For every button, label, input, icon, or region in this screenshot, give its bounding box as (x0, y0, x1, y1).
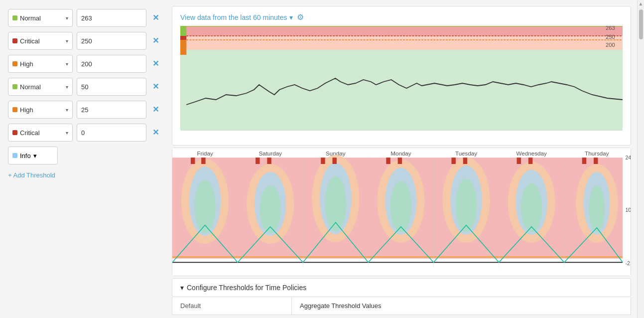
remove-threshold-button-1[interactable]: ✕ (150, 13, 161, 23)
threshold-color-5 (12, 107, 17, 112)
svg-text:263: 263 (606, 26, 615, 31)
svg-rect-1 (180, 26, 623, 36)
threshold-label-2: Critical (20, 37, 63, 45)
info-type-select[interactable]: Info ▾ (8, 147, 58, 164)
svg-rect-44 (256, 158, 259, 164)
threshold-type-select-5[interactable]: High ▾ (8, 101, 73, 119)
svg-rect-46 (321, 158, 325, 164)
add-threshold-button[interactable]: + Add Threshold (8, 169, 164, 181)
svg-text:2409.53: 2409.53 (625, 155, 631, 160)
chart-header: View data from the last 60 minutes ▾ ⚙ (180, 12, 623, 22)
svg-rect-8 (180, 40, 186, 55)
svg-text:-219.05: -219.05 (625, 260, 631, 266)
configure-label: Configure Thresholds for Time Policies (187, 284, 306, 292)
threshold-row-3: High ▾ ✕ (8, 55, 164, 73)
remove-threshold-button-6[interactable]: ✕ (150, 128, 161, 138)
threshold-value-input-6[interactable] (77, 124, 146, 142)
svg-text:250: 250 (606, 34, 615, 40)
threshold-value-input-4[interactable] (77, 78, 146, 96)
remove-threshold-button-2[interactable]: ✕ (150, 36, 161, 46)
chevron-down-icon-configure: ▾ (180, 284, 184, 292)
svg-text:Friday: Friday (197, 150, 213, 157)
svg-text:Monday: Monday (390, 150, 411, 157)
svg-point-41 (589, 185, 605, 232)
scrollbar: ▲ (637, 0, 644, 318)
chevron-down-icon-2: ▾ (66, 38, 68, 44)
threshold-value-input-5[interactable] (77, 101, 146, 119)
remove-threshold-button-5[interactable]: ✕ (150, 105, 161, 115)
top-chart: View data from the last 60 minutes ▾ ⚙ (172, 6, 631, 146)
threshold-label-3: High (20, 60, 63, 68)
scroll-up-arrow[interactable]: ▲ (638, 0, 644, 7)
threshold-type-select-6[interactable]: Critical ▾ (8, 124, 73, 142)
left-panel: Normal ▾ ✕ Critical ▾ ✕ High ▾ ✕ Normal … (0, 0, 172, 318)
chevron-down-icon-6: ▾ (66, 130, 68, 136)
remove-threshold-button-4[interactable]: ✕ (150, 82, 161, 92)
gear-icon[interactable]: ⚙ (297, 12, 304, 22)
threshold-value-input-2[interactable] (77, 32, 146, 50)
chevron-down-icon-4: ▾ (66, 84, 68, 90)
add-threshold-label: + Add Threshold (8, 171, 55, 179)
info-row: Info ▾ (8, 147, 164, 164)
scrollbar-thumb[interactable] (639, 9, 643, 39)
threshold-type-select-2[interactable]: Critical ▾ (8, 32, 73, 50)
svg-point-32 (390, 181, 411, 232)
threshold-color-3 (12, 61, 17, 66)
svg-rect-50 (451, 158, 455, 164)
threshold-row-6: Critical ▾ ✕ (8, 124, 164, 142)
threshold-color-6 (12, 130, 17, 135)
threshold-type-select-4[interactable]: Normal ▾ (8, 78, 73, 96)
threshold-row-1: Normal ▾ ✕ (8, 9, 164, 27)
threshold-row-2: Critical ▾ ✕ (8, 32, 164, 50)
threshold-type-select-1[interactable]: Normal ▾ (8, 9, 73, 27)
chart-header-text: View data from the last 60 minutes (180, 13, 287, 21)
svg-text:Tuesday: Tuesday (455, 150, 477, 157)
threshold-value-input-3[interactable] (77, 55, 146, 73)
svg-text:1095.24: 1095.24 (625, 207, 631, 213)
svg-rect-0 (180, 40, 623, 131)
threshold-type-select-3[interactable]: High ▾ (8, 55, 73, 73)
threshold-color-1 (12, 15, 17, 20)
svg-rect-47 (332, 158, 336, 164)
svg-rect-42 (191, 158, 195, 164)
chevron-down-icon-header: ▾ (289, 13, 293, 21)
svg-rect-55 (594, 158, 598, 164)
svg-point-29 (325, 176, 346, 232)
chevron-down-icon-3: ▾ (66, 61, 68, 67)
threshold-row-5: High ▾ ✕ (8, 101, 164, 119)
svg-point-26 (260, 185, 281, 233)
svg-text:Thursday: Thursday (585, 150, 609, 157)
svg-rect-53 (528, 158, 532, 164)
right-panel: View data from the last 60 minutes ▾ ⚙ (172, 0, 637, 318)
threshold-color-4 (12, 84, 17, 89)
chevron-down-icon-1: ▾ (66, 15, 68, 21)
configure-thresholds-section[interactable]: ▾ Configure Thresholds for Time Policies (172, 278, 631, 297)
chart-time-range-link[interactable]: View data from the last 60 minutes ▾ (180, 13, 293, 21)
svg-rect-43 (201, 158, 205, 164)
svg-rect-6 (180, 26, 186, 36)
table-col1: Default (172, 297, 292, 315)
threshold-label-5: High (20, 106, 63, 114)
svg-point-38 (521, 183, 542, 232)
threshold-label-1: Normal (20, 14, 63, 22)
svg-rect-48 (386, 158, 390, 164)
threshold-label-4: Normal (20, 83, 63, 91)
bottom-chart: Friday Saturday Sunday Monday Tuesday We… (172, 148, 631, 276)
svg-rect-54 (582, 158, 586, 164)
svg-text:Wednesday: Wednesday (516, 150, 547, 157)
threshold-color-2 (12, 38, 17, 43)
info-color (12, 153, 17, 158)
svg-rect-52 (517, 158, 521, 164)
info-label: Info (20, 152, 31, 159)
svg-rect-7 (180, 36, 186, 40)
threshold-value-input-1[interactable] (77, 9, 146, 27)
remove-threshold-button-3[interactable]: ✕ (150, 59, 161, 69)
svg-rect-45 (267, 158, 271, 164)
threshold-label-6: Critical (20, 129, 63, 137)
threshold-row-4: Normal ▾ ✕ (8, 78, 164, 96)
chevron-down-icon-info: ▾ (33, 152, 37, 159)
svg-rect-49 (398, 158, 402, 164)
svg-rect-2 (180, 36, 623, 50)
table-col2: Aggregate Threshold Values (292, 297, 631, 315)
chart-area-top: 263 250 200 (180, 26, 623, 131)
